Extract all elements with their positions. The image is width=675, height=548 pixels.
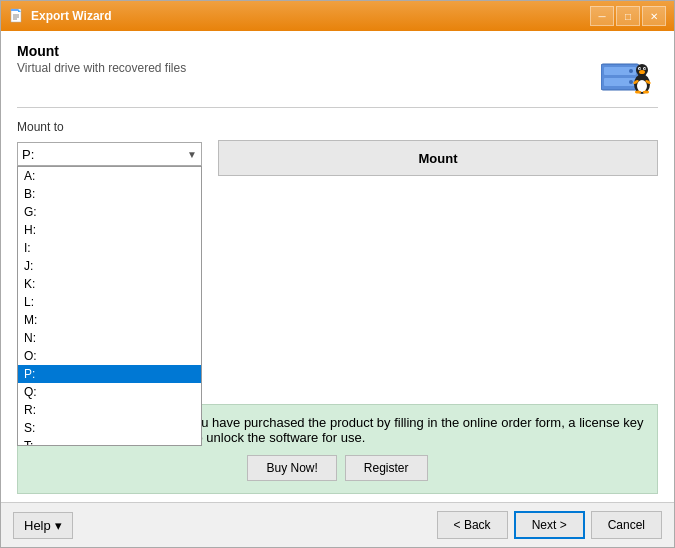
svg-point-21 [635,91,641,94]
header-section: Mount Virtual drive with recovered files [17,43,658,95]
page-subtitle: Virtual drive with recovered files [17,61,186,75]
buy-now-button[interactable]: Buy Now! [247,455,336,481]
svg-point-10 [629,80,633,84]
page-title: Mount [17,43,186,59]
main-content: Mount Virtual drive with recovered files [1,31,674,502]
drive-option-K[interactable]: K: [18,275,201,293]
drive-option-Q[interactable]: Q: [18,383,201,401]
help-arrow-icon: ▾ [55,518,62,533]
help-button[interactable]: Help ▾ [13,512,73,539]
drive-option-B[interactable]: B: [18,185,201,203]
drive-option-L[interactable]: L: [18,293,201,311]
header-icon-area [598,43,658,95]
close-button[interactable]: ✕ [642,6,666,26]
action-buttons: Buy Now! Register [30,455,645,481]
export-wizard-window: Export Wizard ─ □ ✕ Mount Virtual drive … [0,0,675,548]
header-divider [17,107,658,108]
svg-point-18 [644,68,645,69]
dropdown-arrow-icon: ▼ [187,149,197,160]
register-button[interactable]: Register [345,455,428,481]
nav-buttons: < Back Next > Cancel [437,511,662,539]
bottom-bar: Help ▾ < Back Next > Cancel [1,502,674,547]
drive-dropdown[interactable]: P: ▼ [17,142,202,166]
selected-drive-value: P: [22,147,34,162]
svg-rect-1 [11,9,18,11]
wizard-icon [601,44,656,94]
drive-option-I[interactable]: I: [18,239,201,257]
svg-point-22 [643,91,649,94]
minimize-button[interactable]: ─ [590,6,614,26]
next-button[interactable]: Next > [514,511,585,539]
window-title: Export Wizard [31,9,112,23]
mount-button[interactable]: Mount [218,140,658,176]
drive-option-A[interactable]: A: [18,167,201,185]
title-bar: Export Wizard ─ □ ✕ [1,1,674,31]
main-area: Mount to P: ▼ A: B: G: H: I: J: [17,120,658,404]
drive-option-J[interactable]: J: [18,257,201,275]
window-icon [9,8,25,24]
svg-point-9 [629,69,633,73]
svg-point-14 [639,70,645,74]
mount-to-label: Mount to [17,120,202,134]
left-column: Mount to P: ▼ A: B: G: H: I: J: [17,120,202,404]
drive-option-T[interactable]: T: [18,437,201,446]
title-bar-controls: ─ □ ✕ [590,6,666,26]
svg-point-17 [639,68,640,69]
drive-option-G[interactable]: G: [18,203,201,221]
drive-option-S[interactable]: S: [18,419,201,437]
drive-list[interactable]: A: B: G: H: I: J: K: L: M: N: O: P: Q: R… [17,166,202,446]
drive-option-H[interactable]: H: [18,221,201,239]
drive-option-P[interactable]: P: [18,365,201,383]
title-bar-left: Export Wizard [9,8,112,24]
header-text: Mount Virtual drive with recovered files [17,43,186,75]
cancel-button[interactable]: Cancel [591,511,662,539]
right-column: Mount [218,120,658,404]
maximize-button[interactable]: □ [616,6,640,26]
mount-button-area: Mount [218,120,658,176]
drive-option-O[interactable]: O: [18,347,201,365]
drive-option-M[interactable]: M: [18,311,201,329]
drive-option-R[interactable]: R: [18,401,201,419]
drive-dropdown-container[interactable]: P: ▼ A: B: G: H: I: J: K: L: M: N: [17,142,202,166]
back-button[interactable]: < Back [437,511,508,539]
drive-option-N[interactable]: N: [18,329,201,347]
help-label: Help [24,518,51,533]
svg-point-12 [637,80,647,92]
